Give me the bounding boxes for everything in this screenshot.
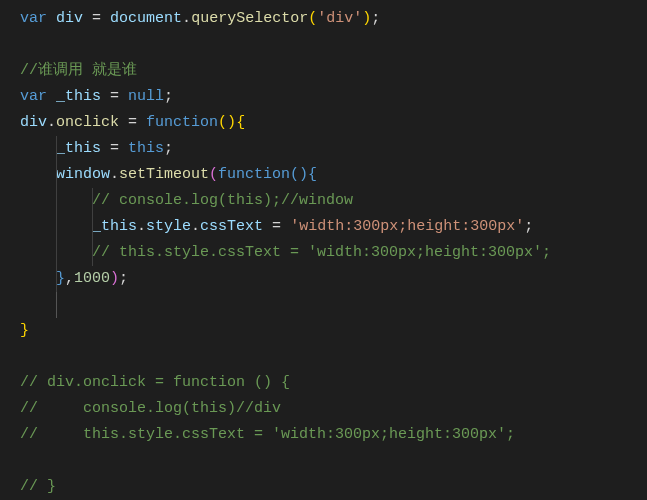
token-pn <box>119 88 128 105</box>
token-cm: // this.style.cssText = 'width:300px;hei… <box>20 426 515 443</box>
token-kw: function <box>218 166 290 183</box>
token-pn: ; <box>119 270 128 287</box>
code-line <box>20 32 647 58</box>
token-pn <box>83 10 92 27</box>
code-line: div.onclick = function(){ <box>20 110 647 136</box>
token-kw: var <box>20 10 47 27</box>
token-pn: ; <box>524 218 533 235</box>
token-pn: , <box>65 270 74 287</box>
token-vr: div <box>56 10 83 27</box>
token-pn <box>47 88 56 105</box>
code-line <box>20 292 647 318</box>
indent-guide <box>56 188 57 214</box>
token-vr: _this <box>92 218 137 235</box>
token-cm: // div.onclick = function () { <box>20 374 290 391</box>
code-line: // this.style.cssText = 'width:300px;hei… <box>20 422 647 448</box>
token-op: = <box>110 88 119 105</box>
token-pn <box>263 218 272 235</box>
token-pn <box>101 88 110 105</box>
token-pn <box>47 10 56 27</box>
token-cm: // } <box>20 478 56 495</box>
token-pn <box>101 140 110 157</box>
code-line: window.setTimeout(function(){ <box>20 162 647 188</box>
token-vr: cssText <box>200 218 263 235</box>
token-pn: ; <box>164 140 173 157</box>
token-op: = <box>110 140 119 157</box>
token-kw: this <box>128 140 164 157</box>
token-pn <box>20 452 29 469</box>
code-line: // div.onclick = function () { <box>20 370 647 396</box>
token-br1: } <box>20 322 29 339</box>
token-str: 'width:300px;height:300px' <box>290 218 524 235</box>
token-vr: style <box>146 218 191 235</box>
token-num: 1000 <box>74 270 110 287</box>
token-pn <box>20 296 29 313</box>
code-line: var div = document.querySelector('div'); <box>20 6 647 32</box>
code-line: } <box>20 318 647 344</box>
code-line: var _this = null; <box>20 84 647 110</box>
token-pn <box>119 114 128 131</box>
token-br1: ) <box>362 10 371 27</box>
token-op: = <box>272 218 281 235</box>
token-pn: . <box>137 218 146 235</box>
indent-guide <box>56 292 57 318</box>
token-br1: () <box>218 114 236 131</box>
code-line: _this.style.cssText = 'width:300px;heigh… <box>20 214 647 240</box>
token-cm: // this.style.cssText = 'width:300px;hei… <box>92 244 551 261</box>
token-br2: ) <box>110 270 119 287</box>
token-pn: ; <box>164 88 173 105</box>
token-kw: null <box>128 88 164 105</box>
token-kw: function <box>146 114 218 131</box>
token-str: 'div' <box>317 10 362 27</box>
token-pn <box>20 36 29 53</box>
code-line: // this.style.cssText = 'width:300px;hei… <box>20 240 647 266</box>
token-vr: div <box>20 114 47 131</box>
token-op: = <box>128 114 137 131</box>
token-fn: querySelector <box>191 10 308 27</box>
code-line: // console.log(this);//window <box>20 188 647 214</box>
token-pn <box>20 166 56 183</box>
indent-guide <box>92 240 93 266</box>
code-line: //谁调用 就是谁 <box>20 58 647 84</box>
indent-guide <box>92 188 93 214</box>
token-fn: onclick <box>56 114 119 131</box>
token-pn <box>101 10 110 27</box>
code-line: },1000); <box>20 266 647 292</box>
token-pn <box>20 140 56 157</box>
token-pn <box>20 348 29 365</box>
token-vr: _this <box>56 140 101 157</box>
token-br1: { <box>236 114 245 131</box>
token-kw: var <box>20 88 47 105</box>
token-vr: _this <box>56 88 101 105</box>
token-pn <box>137 114 146 131</box>
code-line: _this = this; <box>20 136 647 162</box>
code-line: // console.log(this)//div <box>20 396 647 422</box>
indent-guide <box>56 162 57 188</box>
token-pn <box>119 140 128 157</box>
token-op: = <box>92 10 101 27</box>
code-line <box>20 448 647 474</box>
token-cm: //谁调用 就是谁 <box>20 62 137 79</box>
code-editor: var div = document.querySelector('div');… <box>0 0 647 500</box>
indent-guide <box>92 214 93 240</box>
token-vr: window <box>56 166 110 183</box>
token-fn: setTimeout <box>119 166 209 183</box>
token-br1: ( <box>308 10 317 27</box>
token-pn: . <box>47 114 56 131</box>
indent-guide <box>56 214 57 240</box>
token-br3: () <box>290 166 308 183</box>
token-pn: ; <box>371 10 380 27</box>
code-line <box>20 344 647 370</box>
token-br2: ( <box>209 166 218 183</box>
token-pn <box>20 270 56 287</box>
token-pn <box>281 218 290 235</box>
token-br3: { <box>308 166 317 183</box>
token-cm: // console.log(this);//window <box>92 192 353 209</box>
token-pn: . <box>182 10 191 27</box>
indent-guide <box>56 240 57 266</box>
token-pn: . <box>110 166 119 183</box>
indent-guide <box>56 266 57 292</box>
token-pn: . <box>191 218 200 235</box>
token-cm: // console.log(this)//div <box>20 400 281 417</box>
token-vr: document <box>110 10 182 27</box>
